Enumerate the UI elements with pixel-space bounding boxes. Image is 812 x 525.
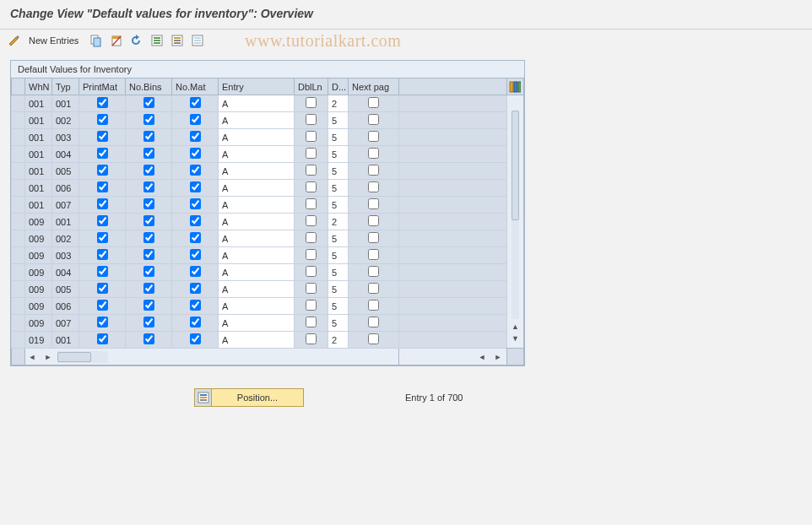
- cell-entry[interactable]: A: [219, 197, 295, 214]
- cell-nextpag[interactable]: [349, 281, 399, 298]
- cell-d[interactable]: 5: [328, 180, 349, 197]
- cell-nomat[interactable]: [172, 112, 219, 129]
- cell-nobins[interactable]: [126, 264, 172, 281]
- cell-nomat[interactable]: [172, 281, 219, 298]
- cell-nextpag[interactable]: [349, 180, 399, 197]
- table-row[interactable]: 009 001 A 2: [12, 214, 524, 230]
- cell-dblln[interactable]: [295, 247, 328, 264]
- cell-entry[interactable]: A: [219, 230, 295, 247]
- row-selector[interactable]: [12, 247, 25, 264]
- row-selector[interactable]: [12, 315, 25, 332]
- cell-dblln[interactable]: [295, 264, 328, 281]
- cell-nomat[interactable]: [172, 180, 219, 197]
- cell-nobins[interactable]: [126, 332, 172, 349]
- col-typ[interactable]: Typ: [52, 78, 79, 95]
- cell-dblln[interactable]: [295, 230, 328, 247]
- cell-nextpag[interactable]: [349, 247, 399, 264]
- select-block-icon[interactable]: [170, 33, 185, 48]
- cell-nomat[interactable]: [172, 197, 219, 214]
- cell-printmat[interactable]: [79, 247, 126, 264]
- cell-nomat[interactable]: [172, 298, 219, 315]
- cell-entry[interactable]: A: [219, 214, 295, 230]
- scroll-right-end-icon[interactable]: ►: [491, 351, 505, 363]
- cell-dblln[interactable]: [295, 180, 328, 197]
- cell-printmat[interactable]: [79, 214, 126, 230]
- cell-entry[interactable]: A: [219, 264, 295, 281]
- scroll-down-icon[interactable]: ▼: [511, 334, 520, 346]
- cell-d[interactable]: 5: [328, 281, 349, 298]
- cell-d[interactable]: 5: [328, 197, 349, 214]
- cell-printmat[interactable]: [79, 95, 126, 112]
- col-d[interactable]: D...: [328, 78, 349, 95]
- cell-nobins[interactable]: [126, 146, 172, 163]
- vscroll-thumb[interactable]: [512, 111, 519, 220]
- cell-nobins[interactable]: [126, 315, 172, 332]
- change-display-icon[interactable]: [7, 33, 22, 48]
- table-row[interactable]: 001 003 A 5: [12, 129, 524, 146]
- cell-printmat[interactable]: [79, 197, 126, 214]
- table-row[interactable]: 009 005 A 5: [12, 281, 524, 298]
- cell-nobins[interactable]: [126, 95, 172, 112]
- cell-nomat[interactable]: [172, 247, 219, 264]
- cell-entry[interactable]: A: [219, 315, 295, 332]
- cell-d[interactable]: 5: [328, 264, 349, 281]
- cell-nobins[interactable]: [126, 197, 172, 214]
- cell-entry[interactable]: A: [219, 129, 295, 146]
- row-selector[interactable]: [12, 230, 25, 247]
- cell-printmat[interactable]: [79, 129, 126, 146]
- cell-nobins[interactable]: [126, 281, 172, 298]
- row-selector[interactable]: [12, 163, 25, 180]
- cell-d[interactable]: 5: [328, 315, 349, 332]
- cell-dblln[interactable]: [295, 163, 328, 180]
- cell-d[interactable]: 5: [328, 163, 349, 180]
- cell-nomat[interactable]: [172, 332, 219, 349]
- cell-d[interactable]: 2: [328, 214, 349, 230]
- cell-nobins[interactable]: [126, 298, 172, 315]
- cell-nobins[interactable]: [126, 112, 172, 129]
- cell-entry[interactable]: A: [219, 281, 295, 298]
- cell-entry[interactable]: A: [219, 95, 295, 112]
- scroll-left-icon[interactable]: ◄: [25, 351, 39, 363]
- cell-nextpag[interactable]: [349, 95, 399, 112]
- cell-printmat[interactable]: [79, 264, 126, 281]
- table-row[interactable]: 001 002 A 5: [12, 112, 524, 129]
- cell-nomat[interactable]: [172, 146, 219, 163]
- table-row[interactable]: 001 005 A 5: [12, 163, 524, 180]
- col-dblln[interactable]: DblLn: [295, 78, 328, 95]
- scroll-left-end-icon[interactable]: ◄: [475, 351, 489, 363]
- cell-nextpag[interactable]: [349, 129, 399, 146]
- cell-d[interactable]: 2: [328, 95, 349, 112]
- cell-nextpag[interactable]: [349, 112, 399, 129]
- row-selector[interactable]: [12, 197, 25, 214]
- cell-nomat[interactable]: [172, 163, 219, 180]
- row-selector[interactable]: [12, 95, 25, 112]
- delete-icon[interactable]: [109, 33, 124, 48]
- cell-nextpag[interactable]: [349, 315, 399, 332]
- cell-entry[interactable]: A: [219, 163, 295, 180]
- cell-d[interactable]: 5: [328, 298, 349, 315]
- cell-nextpag[interactable]: [349, 197, 399, 214]
- horizontal-scrollbar[interactable]: ◄ ► ◄ ►: [12, 349, 524, 365]
- cell-nobins[interactable]: [126, 230, 172, 247]
- cell-entry[interactable]: A: [219, 332, 295, 349]
- table-row[interactable]: 009 003 A 5: [12, 247, 524, 264]
- hscroll-thumb[interactable]: [57, 352, 91, 362]
- cell-printmat[interactable]: [79, 146, 126, 163]
- cell-d[interactable]: 5: [328, 112, 349, 129]
- cell-nobins[interactable]: [126, 163, 172, 180]
- scroll-up-icon[interactable]: ▲: [511, 322, 520, 334]
- configure-columns-icon[interactable]: [507, 78, 524, 95]
- row-selector[interactable]: [12, 281, 25, 298]
- new-entries-button[interactable]: New Entries: [29, 35, 78, 46]
- cell-entry[interactable]: A: [219, 247, 295, 264]
- cell-printmat[interactable]: [79, 332, 126, 349]
- cell-d[interactable]: 5: [328, 129, 349, 146]
- col-nomat[interactable]: No.Mat: [172, 78, 219, 95]
- table-row[interactable]: 019 001 A 2: [12, 332, 524, 349]
- col-printmat[interactable]: PrintMat: [79, 78, 126, 95]
- table-row[interactable]: 009 002 A 5: [12, 230, 524, 247]
- row-selector[interactable]: [12, 146, 25, 163]
- cell-printmat[interactable]: [79, 298, 126, 315]
- col-whn[interactable]: WhN: [25, 78, 52, 95]
- table-row[interactable]: 009 004 A 5: [12, 264, 524, 281]
